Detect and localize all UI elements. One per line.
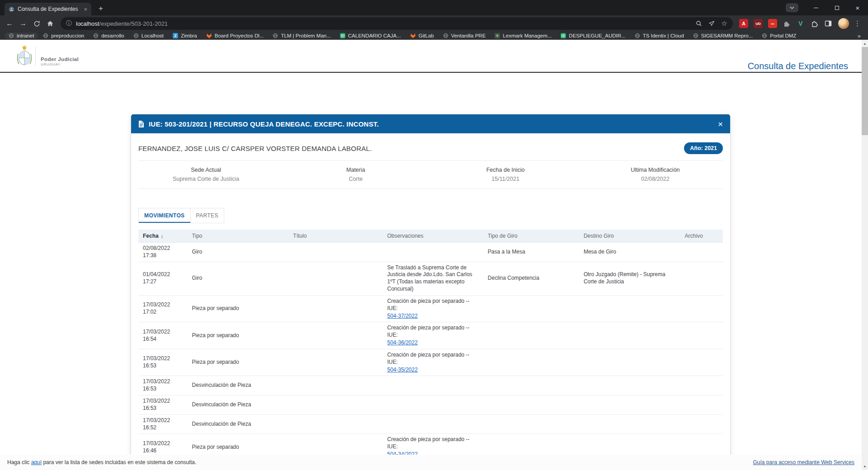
cell-observaciones bbox=[382, 414, 483, 434]
web-services-guide-link[interactable]: Guía para acceso mediante Web Services bbox=[753, 459, 854, 465]
modal-close-icon[interactable]: × bbox=[718, 120, 723, 128]
browser-tab[interactable]: Consulta de Expedientes × bbox=[5, 3, 91, 15]
bookmark-item[interactable]: preproduccion bbox=[39, 33, 88, 39]
share-icon[interactable] bbox=[706, 18, 717, 29]
info-column: Sede ActualSuprema Corte de Justicia bbox=[131, 167, 281, 182]
brand-subtitle: URUGUAY bbox=[41, 62, 79, 66]
bookmark-star-icon[interactable]: ☆ bbox=[718, 18, 730, 29]
profile-avatar[interactable] bbox=[838, 18, 849, 29]
side-panel-icon[interactable] bbox=[823, 19, 833, 28]
bookmark-label: Board Proyectos Dl... bbox=[215, 33, 264, 38]
column-header-2[interactable]: Tipo bbox=[188, 230, 289, 243]
bookmark-label: Zimbra bbox=[181, 33, 197, 38]
cell-tipo: Desvinculación de Pieza bbox=[188, 395, 289, 415]
bookmark-item[interactable]: Portal DMZ bbox=[758, 33, 800, 39]
bookmark-item[interactable]: TS Identix | Cloud bbox=[631, 33, 688, 39]
bookmarks-overflow-icon[interactable]: » bbox=[855, 33, 863, 39]
bookmark-item[interactable]: ZZimbra bbox=[169, 33, 201, 39]
bookmark-item[interactable]: TLM | Problem Man... bbox=[269, 33, 335, 39]
footer-note: Haga clic aquí para ver la lista de sede… bbox=[7, 459, 196, 465]
scroll-up-icon[interactable]: ▲ bbox=[862, 40, 868, 47]
table-row: 17/03/202217:02 Pieza por separado Creac… bbox=[138, 295, 723, 322]
bookmark-item[interactable]: CALENDARIO CAJA... bbox=[336, 33, 405, 39]
sheets-icon bbox=[561, 33, 566, 38]
column-header-4[interactable]: Observaciones bbox=[382, 230, 483, 243]
bookmark-item[interactable]: Board Proyectos Dl... bbox=[202, 33, 268, 39]
brand-divider bbox=[35, 47, 36, 66]
site-info-icon[interactable]: ⓘ bbox=[66, 19, 72, 28]
minimize-button[interactable] bbox=[806, 0, 826, 15]
address-bar[interactable]: ⓘ localhost/expediente/503-201-2021 ☆ bbox=[61, 17, 733, 30]
globe-icon bbox=[693, 33, 698, 38]
ud-extension-icon[interactable]: UD bbox=[754, 19, 763, 28]
maximize-button[interactable] bbox=[826, 0, 847, 15]
reload-button[interactable] bbox=[30, 17, 43, 30]
column-header-6[interactable]: Destino Giro bbox=[579, 230, 680, 243]
iue-link[interactable]: 504-36/2022 bbox=[387, 339, 417, 347]
cell-destino-giro: Mesa de Giro bbox=[579, 243, 680, 262]
page-content: Poder Judicial URUGUAY Consulta de Exped… bbox=[0, 40, 868, 470]
cell-tipo-giro bbox=[483, 295, 579, 322]
tab-movimientos[interactable]: MOVIMIENTOS bbox=[138, 208, 191, 223]
bookmark-item[interactable]: DESPLIEGUE_AUDIR... bbox=[557, 33, 629, 39]
cell-destino-giro bbox=[579, 376, 680, 395]
cell-tipo-giro bbox=[483, 395, 579, 415]
puzzle-extension-icon[interactable] bbox=[782, 19, 792, 28]
tab-search-button[interactable] bbox=[786, 3, 798, 12]
scrollbar-thumb[interactable] bbox=[862, 47, 868, 135]
cell-titulo bbox=[288, 262, 382, 295]
cell-observaciones bbox=[382, 376, 483, 395]
column-header-7[interactable]: Archivo bbox=[680, 230, 723, 243]
browser-menu-icon[interactable]: ⋮ bbox=[852, 19, 865, 28]
back-button[interactable]: ← bbox=[3, 17, 16, 30]
bookmark-item[interactable]: intranet bbox=[5, 33, 38, 39]
info-column: Fecha de Inicio15/11/2021 bbox=[431, 167, 580, 182]
iue-link[interactable]: 504-37/2022 bbox=[387, 313, 417, 320]
cell-archivo bbox=[680, 414, 723, 434]
bookmark-label: Lexmark Managem... bbox=[503, 33, 552, 38]
column-header-1[interactable]: Fecha↓ bbox=[138, 230, 188, 243]
window-close-button[interactable]: × bbox=[847, 0, 868, 15]
forward-button[interactable]: → bbox=[16, 17, 30, 30]
column-header-3[interactable]: Título bbox=[288, 230, 382, 243]
tab-strip: Consulta de Expedientes × + × bbox=[0, 0, 868, 15]
scroll-down-icon[interactable]: ▼ bbox=[862, 463, 868, 470]
bookmark-item[interactable]: desarrollo bbox=[89, 33, 128, 39]
cell-destino-giro bbox=[579, 414, 680, 434]
extensions-menu-icon[interactable] bbox=[810, 19, 820, 28]
table-row: 17/03/202216:54 Pieza por separado Creac… bbox=[138, 322, 723, 349]
cell-tipo-giro bbox=[483, 349, 579, 376]
iue-link[interactable]: 504-35/2022 bbox=[387, 367, 417, 374]
cell-archivo bbox=[680, 295, 723, 322]
svg-text:Z: Z bbox=[174, 34, 176, 38]
gitlab-icon bbox=[206, 33, 212, 38]
table-row: 02/08/202217:38 Giro Pasa a la Mesa Mesa… bbox=[138, 243, 723, 262]
zimbra-icon: Z bbox=[173, 33, 178, 38]
tab-group: MOVIMIENTOS PARTES bbox=[138, 208, 224, 223]
bookmark-item[interactable]: GitLab bbox=[406, 33, 438, 39]
new-tab-button[interactable]: + bbox=[95, 3, 106, 14]
bookmark-item[interactable]: SIGESARMM Repro... bbox=[689, 33, 757, 39]
globe-icon bbox=[9, 33, 14, 38]
tab-close-icon[interactable]: × bbox=[84, 6, 87, 12]
zoom-icon[interactable] bbox=[693, 18, 705, 29]
tab-partes[interactable]: PARTES bbox=[190, 208, 224, 223]
cell-observaciones: Creación de pieza por separado -- IUE:50… bbox=[382, 349, 483, 376]
cell-fecha: 17/03/202216:52 bbox=[138, 414, 188, 434]
favicon-icon bbox=[9, 6, 14, 12]
vue-devtools-icon[interactable]: V bbox=[796, 19, 805, 28]
column-header-5[interactable]: Tipo de Giro bbox=[483, 230, 579, 243]
adobe-acrobat-extension-icon[interactable]: A bbox=[739, 19, 748, 28]
home-button[interactable] bbox=[43, 17, 57, 30]
browser-toolbar: ← → ⓘ localhost/expediente/503-201-2021 … bbox=[0, 15, 868, 32]
cell-tipo: Desvinculación de Pieza bbox=[188, 376, 289, 395]
sedes-link[interactable]: aquí bbox=[31, 459, 42, 465]
bookmark-item[interactable]: Ventanilla PRE bbox=[439, 33, 490, 39]
scrollbar[interactable]: ▲ ▼ bbox=[862, 40, 868, 470]
bookmark-item[interactable]: Localhost bbox=[129, 33, 168, 39]
info-label: Ultima Modificación bbox=[580, 167, 730, 173]
bookmark-item[interactable]: Lexmark Managem... bbox=[491, 33, 556, 39]
dots-extension-icon[interactable]: ••• bbox=[768, 19, 777, 28]
cell-archivo bbox=[680, 322, 723, 349]
cell-tipo-giro bbox=[483, 376, 579, 395]
